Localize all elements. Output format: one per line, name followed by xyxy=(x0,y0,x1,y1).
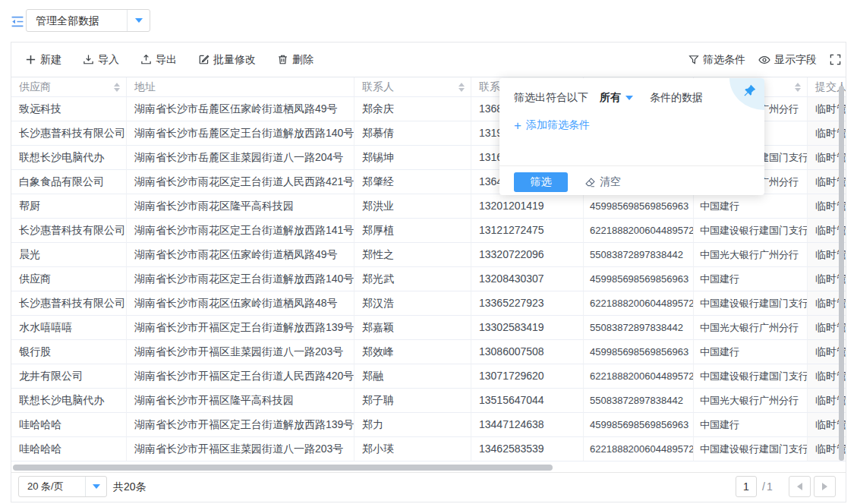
vertical-scrollbar-thumb[interactable] xyxy=(839,86,844,461)
table-cell: 中国建设银行建国门支行 xyxy=(694,219,808,243)
table-cell: 湖南省长沙市雨花区伍家岭街道栖凤路48号 xyxy=(127,291,354,316)
table-row[interactable]: 联想长沙电脑代办湖南省长沙市开福区隆平高科技园郑子聃13515647044550… xyxy=(11,389,846,413)
filter-mode-row: 筛选出符合以下 所有 条件的数据 xyxy=(514,91,703,105)
table-row[interactable]: 银行股湖南省长沙市开福区韭菜园街道八一路203号郑效峰1308600750845… xyxy=(11,340,846,364)
new-button[interactable]: 新建 xyxy=(25,53,61,67)
toolbar-right: 筛选条件 显示字段 xyxy=(688,43,841,77)
delete-button[interactable]: 删除 xyxy=(277,53,313,67)
table-cell: 联想长沙电脑代办 xyxy=(11,146,127,170)
table-row[interactable]: 哇哈哈哈湖南省长沙市开福区韭菜园街道八一路203号郑小瑛134625835396… xyxy=(11,437,846,461)
import-button[interactable]: 导入 xyxy=(83,53,119,67)
sort-carets-icon[interactable] xyxy=(114,83,120,92)
table-cell: 晨光 xyxy=(11,243,127,267)
sort-carets-icon[interactable] xyxy=(795,83,801,92)
view-selector[interactable]: 管理全部数据 xyxy=(26,9,150,32)
eraser-icon xyxy=(584,177,596,188)
import-button-label: 导入 xyxy=(98,53,119,67)
table-row[interactable]: 长沙惠普科技有限公司湖南省长沙市雨花区定王台街道解放西路141号郑厚植13121… xyxy=(11,219,846,243)
arrow-up-tray-icon xyxy=(140,54,152,65)
table-row[interactable]: 长沙惠普科技有限公司湖南省长沙市雨花区伍家岭街道栖凤路48号郑汉浩1336522… xyxy=(11,291,846,316)
column-header[interactable]: 供应商 xyxy=(11,77,127,96)
eye-icon xyxy=(758,55,770,65)
table-cell: 郑肇经 xyxy=(354,170,471,194)
filter-conditions-button[interactable]: 筛选条件 xyxy=(688,53,745,67)
table-cell: 郑汉浩 xyxy=(354,291,471,316)
caret-right-icon xyxy=(822,483,827,490)
clear-filter-button[interactable]: 清空 xyxy=(584,175,621,189)
table-cell: 联想长沙电脑代办 xyxy=(11,389,127,413)
filter-mode-select[interactable]: 所有 xyxy=(600,91,621,105)
table-cell: 长沙惠普科技有限公司 xyxy=(11,291,127,316)
export-button[interactable]: 导出 xyxy=(140,53,177,67)
table-cell: 13302583419 xyxy=(471,316,584,340)
table-cell: 郑慕倩 xyxy=(354,121,471,146)
page-size-caret[interactable] xyxy=(85,477,106,496)
table-cell: 郑洪业 xyxy=(354,194,471,219)
column-header-label: 地址 xyxy=(134,80,156,94)
trash-icon xyxy=(277,54,288,65)
expand-icon xyxy=(830,54,841,65)
pushpin-icon[interactable] xyxy=(743,84,756,100)
table-cell: 湖南省长沙市开福区定王台街道解放西路139号 xyxy=(127,413,354,437)
toolbar-left: 新建 导入 导出 批量修改 删除 xyxy=(25,43,313,77)
table-row[interactable]: 供应商湖南省长沙市雨花区定王台街道解放西路140号郑光武132084303074… xyxy=(11,267,846,291)
menu-collapse-icon[interactable] xyxy=(10,15,25,31)
next-page-button[interactable] xyxy=(814,476,836,497)
plus-icon xyxy=(25,54,36,65)
table-cell: 中国光大银行广州分行 xyxy=(694,316,808,340)
table-cell: 13320722096 xyxy=(471,243,584,267)
add-filter-condition-link[interactable]: + 添加筛选条件 xyxy=(514,118,590,132)
view-selector-caret[interactable] xyxy=(127,10,150,31)
table-cell: 6221888200604489572 xyxy=(584,364,694,389)
table-cell: 13071729620 xyxy=(471,364,584,389)
table-cell: 13208430307 xyxy=(471,267,584,291)
table-cell: 郑效峰 xyxy=(354,340,471,364)
table-cell: 致远科技 xyxy=(11,97,127,121)
table-cell: 郑嘉颖 xyxy=(354,316,471,340)
table-cell: 13201201419 xyxy=(471,194,584,219)
table-row[interactable]: 水水嘻嘻嘻湖南省长沙市开福区定王台街道解放西路139号郑嘉颖1330258341… xyxy=(11,316,846,340)
table-cell: 中国光大银行广州分行 xyxy=(694,389,808,413)
table-cell: 中国建行 xyxy=(694,194,808,219)
table-cell: 郑力 xyxy=(354,413,471,437)
table-cell: 13365227923 xyxy=(471,291,584,316)
popup-divider xyxy=(499,165,764,166)
column-header[interactable]: 联系人 xyxy=(354,77,471,96)
fullscreen-button[interactable] xyxy=(830,54,841,65)
clear-filter-label: 清空 xyxy=(600,175,621,189)
chevron-down-icon xyxy=(135,18,143,23)
table-row[interactable]: 龙井有限公司湖南省长沙市开福区定王台街道人民西路420号郑融1307172962… xyxy=(11,364,846,389)
table-row[interactable]: 帮厨湖南省长沙市雨花区隆平高科技园郑洪业13201201419459985698… xyxy=(11,194,846,219)
sort-carets-icon[interactable] xyxy=(458,83,465,92)
table-cell: 13515647044 xyxy=(471,389,584,413)
table-cell: 55083872897838442 xyxy=(584,243,694,267)
table-cell: 水水嘻嘻嘻 xyxy=(11,316,127,340)
display-fields-button[interactable]: 显示字段 xyxy=(758,53,817,67)
page-size-select[interactable]: 20 条/页 xyxy=(18,476,107,497)
page-size-label: 20 条/页 xyxy=(19,477,85,496)
table-cell: 郑锡坤 xyxy=(354,146,471,170)
page-number-input[interactable]: 1 xyxy=(736,476,757,497)
apply-filter-button[interactable]: 筛选 xyxy=(514,172,568,192)
filter-conditions-label: 筛选条件 xyxy=(703,53,745,67)
arrow-down-tray-icon xyxy=(83,54,94,65)
table-cell: 459985698569856963 xyxy=(584,413,694,437)
display-fields-label: 显示字段 xyxy=(774,53,817,67)
table-cell: 湖南省长沙市岳麓区韭菜园街道八一路204号 xyxy=(127,146,354,170)
batch-edit-button[interactable]: 批量修改 xyxy=(198,53,256,67)
table-row[interactable]: 哇哈哈哈湖南省长沙市开福区定王台街道解放西路139号郑力134471246384… xyxy=(11,413,846,437)
table-cell: 郑余庆 xyxy=(354,97,471,121)
column-header[interactable]: 地址 xyxy=(127,77,354,96)
filter-popup: 筛选出符合以下 所有 条件的数据 + 添加筛选条件 筛选 清空 xyxy=(499,78,764,195)
export-button-label: 导出 xyxy=(156,53,177,67)
table-cell: 郑小瑛 xyxy=(354,437,471,461)
table-cell: 13086007508 xyxy=(471,340,584,364)
chevron-down-icon[interactable] xyxy=(625,96,633,100)
horizontal-scrollbar-thumb[interactable] xyxy=(13,465,553,471)
table-row[interactable]: 晨光湖南省长沙市雨花区伍家岭街道栖凤路49号郑性之133207220965508… xyxy=(11,243,846,267)
view-selector-label: 管理全部数据 xyxy=(27,10,127,31)
table-cell: 长沙惠普科技有限公司 xyxy=(11,219,127,243)
column-header-label: 联系人 xyxy=(362,80,394,94)
prev-page-button[interactable] xyxy=(789,476,811,497)
table-cell: 13447124638 xyxy=(471,413,584,437)
